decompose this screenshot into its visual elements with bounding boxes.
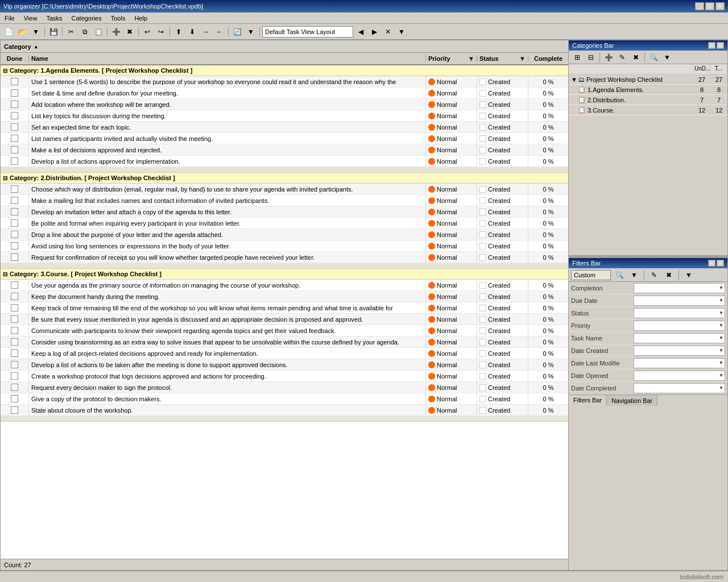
task-checkbox[interactable] <box>11 361 18 368</box>
filter-arr-btn[interactable]: ▼ <box>628 269 640 281</box>
task-row[interactable]: Develop a list of actions to be taken af… <box>1 359 568 371</box>
cat-filter-btn[interactable]: 🔍 <box>647 51 660 64</box>
category-row[interactable]: ⊟ Category: 3.Course. [ Project Workshop… <box>1 269 568 280</box>
layout-close[interactable]: ✕ <box>382 26 394 38</box>
layout-dropdown[interactable]: ▼ <box>395 26 408 38</box>
task-checkbox[interactable] <box>11 146 18 153</box>
task-row[interactable]: Communicate with participants to know th… <box>1 325 568 336</box>
task-row[interactable]: State about closure of the workshop. Nor… <box>1 405 568 416</box>
filter-dropdown[interactable]: ▼ <box>634 371 725 381</box>
cat-collapse-btn[interactable]: ⊟ <box>585 51 597 64</box>
task-checkbox[interactable] <box>11 101 18 108</box>
filter-dropdown[interactable]: ▼ <box>634 383 725 393</box>
undo-button[interactable]: ↩ <box>141 26 154 38</box>
redo-button[interactable]: ↪ <box>155 26 167 38</box>
task-checkbox[interactable] <box>11 406 18 414</box>
task-checkbox[interactable] <box>11 231 18 238</box>
tab-navigation-bar[interactable]: Navigation Bar <box>607 395 657 406</box>
filter-dropdown[interactable]: ▼ <box>634 346 725 356</box>
filter-dropdown[interactable]: ▼ <box>634 333 725 343</box>
task-checkbox[interactable] <box>11 185 18 193</box>
task-row[interactable]: Use your agenda as the primary source of… <box>1 280 568 291</box>
task-row[interactable]: Give a copy of the protocol to decision … <box>1 393 568 405</box>
cat-tree-item[interactable]: 📋 1.Agenda Elements. 8 8 <box>569 85 727 95</box>
close-button[interactable]: ✕ <box>715 2 725 10</box>
task-row[interactable]: Choose which way of distribution (email,… <box>1 184 568 195</box>
task-checkbox[interactable] <box>11 89 18 97</box>
cat-expand-btn[interactable]: ⊞ <box>571 51 584 64</box>
task-row[interactable]: Be polite and formal when inquiring ever… <box>1 218 568 229</box>
cat-tree-item[interactable]: 📋 2.Distribution. 7 7 <box>569 95 727 105</box>
task-row[interactable]: Avoid using too long sentences or expres… <box>1 240 568 252</box>
refresh-button[interactable]: 🔄 <box>231 26 243 38</box>
filter-dropdown[interactable]: ▼ <box>634 283 725 293</box>
menu-help[interactable]: Help <box>132 14 150 23</box>
task-checkbox[interactable] <box>11 135 18 142</box>
cat-edit-btn[interactable]: ✎ <box>616 51 628 64</box>
task-checkbox[interactable] <box>11 219 18 227</box>
task-checkbox[interactable] <box>11 350 18 357</box>
task-checkbox[interactable] <box>11 384 18 391</box>
task-row[interactable]: Set an expected time for each topic. Nor… <box>1 122 568 133</box>
task-row[interactable]: List names of participants invited and a… <box>1 133 568 144</box>
open-button[interactable]: 📂 <box>16 26 28 38</box>
task-row[interactable]: Request for confirmation of receipt so y… <box>1 252 568 263</box>
cat-tree-root[interactable]: ▼ 🗂 Project Workshop Checklist 27 27 <box>569 74 727 85</box>
task-row[interactable]: List key topics for discussion during th… <box>1 110 568 122</box>
delete-button[interactable]: ✖ <box>123 26 136 38</box>
task-list-scroll[interactable]: ⊟ Category: 1.Agenda Elements. [ Project… <box>1 65 568 559</box>
filter-search-btn[interactable]: 🔍 <box>613 269 626 281</box>
filter-dropdown[interactable]: ▼ <box>634 296 725 306</box>
task-checkbox[interactable] <box>11 112 18 119</box>
maximize-button[interactable]: □ <box>705 2 714 10</box>
save-button[interactable]: 💾 <box>47 26 60 38</box>
task-row[interactable]: Keep track of time remaining till the en… <box>1 302 568 314</box>
filter-extra-btn[interactable]: ▼ <box>682 269 695 281</box>
task-checkbox[interactable] <box>11 327 18 334</box>
cat-delete-btn[interactable]: ✖ <box>630 51 642 64</box>
task-checkbox[interactable] <box>11 338 18 346</box>
task-checkbox[interactable] <box>11 208 18 215</box>
menu-view[interactable]: View <box>22 14 40 23</box>
cut-button[interactable]: ✂ <box>65 26 77 38</box>
menu-file[interactable]: File <box>2 14 17 23</box>
menu-tools[interactable]: Tools <box>109 14 128 23</box>
task-row[interactable]: Make a mailing list that includes names … <box>1 195 568 206</box>
task-checkbox[interactable] <box>11 157 18 165</box>
copy-button[interactable]: ⧉ <box>78 26 91 38</box>
task-row[interactable]: Keep a log of all project-related decisi… <box>1 348 568 359</box>
outdent-button[interactable]: ← <box>213 26 226 38</box>
priority-filter-icon[interactable]: ▼ <box>468 55 474 62</box>
indent-button[interactable]: → <box>200 26 212 38</box>
task-checkbox[interactable] <box>11 304 18 311</box>
paste-button[interactable]: 📋 <box>92 26 105 38</box>
dropdown-arrow[interactable]: ▼ <box>30 26 42 38</box>
dropdown2-arrow[interactable]: ▼ <box>245 26 257 38</box>
task-checkbox[interactable] <box>11 242 18 250</box>
task-checkbox[interactable] <box>11 253 18 261</box>
minimize-button[interactable]: _ <box>695 2 704 10</box>
task-checkbox[interactable] <box>11 315 18 323</box>
category-row[interactable]: ⊟ Category: 2.Distribution. [ Project Wo… <box>1 173 568 184</box>
filter-edit-btn[interactable]: ✎ <box>648 269 660 281</box>
task-checkbox[interactable] <box>11 197 18 204</box>
cat-add-btn[interactable]: ➕ <box>602 51 615 64</box>
menu-categories[interactable]: Categories <box>69 14 104 23</box>
task-checkbox[interactable] <box>11 395 18 402</box>
menu-tasks[interactable]: Tasks <box>44 14 64 23</box>
task-checkbox[interactable] <box>11 293 18 300</box>
cat-tree-scroll[interactable]: ▼ 🗂 Project Workshop Checklist 27 27 📋 1… <box>569 74 727 255</box>
cat-filter-arr[interactable]: ▼ <box>661 51 673 64</box>
task-row[interactable]: Make a list of decisions approved and re… <box>1 144 568 156</box>
move-up-button[interactable]: ⬆ <box>172 26 185 38</box>
task-checkbox[interactable] <box>11 123 18 131</box>
task-row[interactable]: Request every decision maker to sign the… <box>1 382 568 393</box>
filter-clear-btn[interactable]: ✖ <box>663 269 675 281</box>
category-sort-icon[interactable]: ▲ <box>34 44 39 49</box>
task-checkbox[interactable] <box>11 372 18 380</box>
task-row[interactable]: Add location where the workshop will be … <box>1 99 568 110</box>
task-row[interactable]: Drop a line about the purpose of your le… <box>1 229 568 240</box>
layout-selector[interactable]: Default Task View Layout <box>262 26 353 38</box>
task-row[interactable]: Develop a list of actions approved for i… <box>1 156 568 167</box>
task-checkbox[interactable] <box>11 78 18 85</box>
